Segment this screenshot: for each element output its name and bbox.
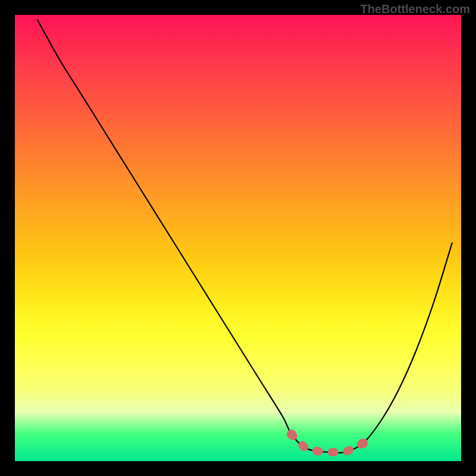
bottleneck-curve <box>15 15 461 461</box>
svg-point-0 <box>287 430 296 439</box>
svg-point-1 <box>358 439 368 448</box>
watermark-text: TheBottleneck.com <box>361 2 470 16</box>
chart-plot-area <box>15 15 461 461</box>
